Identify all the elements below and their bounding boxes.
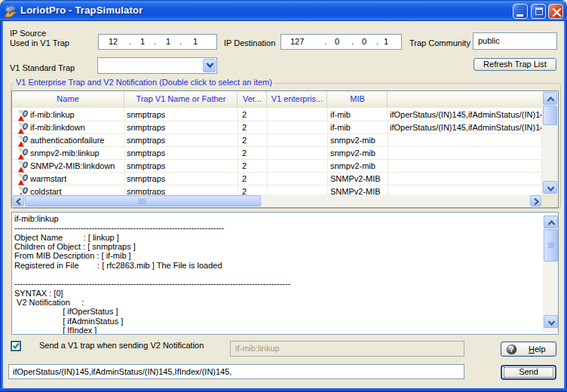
svg-text:?: ? [509,345,513,354]
